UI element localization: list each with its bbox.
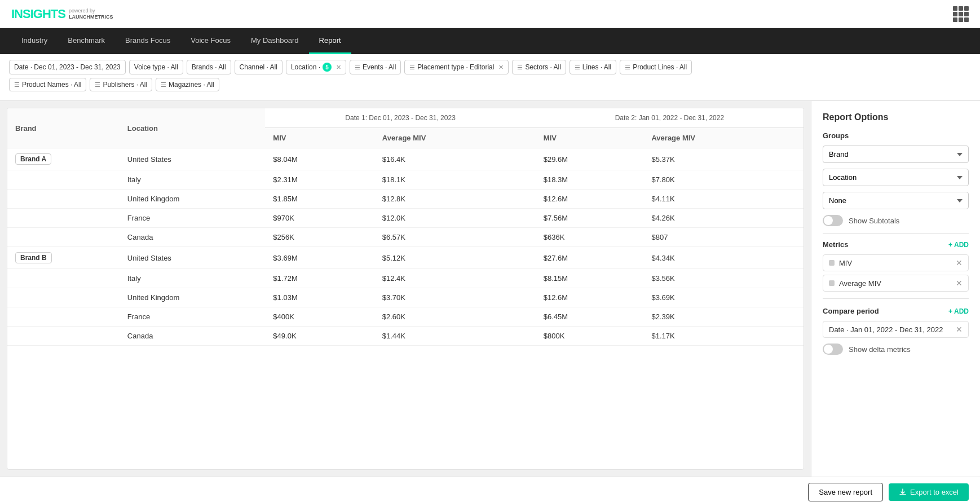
show-subtotals-toggle[interactable] bbox=[823, 215, 843, 226]
metric-miv: MIV ✕ bbox=[823, 254, 969, 271]
filter-channel[interactable]: Channel · All bbox=[235, 60, 282, 74]
date1-header: Date 1: Dec 01, 2023 - Dec 31, 2023 bbox=[265, 108, 535, 128]
compare-period-header: Compare period + ADD bbox=[823, 307, 969, 315]
nav-report[interactable]: Report bbox=[309, 28, 351, 54]
nav-brands-focus[interactable]: Brands Focus bbox=[115, 28, 180, 54]
avg1-cell: $6.57K bbox=[374, 228, 536, 247]
panel-title: Report Options bbox=[823, 112, 969, 122]
placement-close-icon[interactable]: ✕ bbox=[498, 64, 504, 71]
table-row: United Kingdom$1.03M$3.70K$12.6M$3.69K bbox=[7, 288, 804, 307]
logo-subtitle: powered by LAUNCHMETRICS bbox=[69, 8, 113, 20]
nav-industry[interactable]: Industry bbox=[11, 28, 58, 54]
nav-my-dashboard[interactable]: My Dashboard bbox=[241, 28, 309, 54]
miv1-cell: $400K bbox=[265, 307, 374, 327]
location-close-icon[interactable]: ✕ bbox=[336, 64, 341, 71]
filter-date[interactable]: Date · Dec 01, 2023 - Dec 31, 2023 bbox=[9, 60, 126, 74]
miv2-cell: $12.6M bbox=[536, 190, 644, 209]
location-cell: Italy bbox=[120, 269, 266, 288]
compare-add-btn[interactable]: + ADD bbox=[948, 307, 969, 315]
product-lines-doc-icon: ☰ bbox=[625, 64, 630, 71]
miv-close-icon[interactable]: ✕ bbox=[956, 258, 963, 267]
filter-placement-type[interactable]: ☰ Placement type · Editorial ✕ bbox=[404, 60, 509, 74]
filter-events[interactable]: ☰ Events · All bbox=[350, 60, 401, 74]
lines-doc-icon: ☰ bbox=[575, 64, 580, 71]
avg2-cell: $7.80K bbox=[643, 170, 804, 190]
show-delta-toggle[interactable] bbox=[823, 344, 843, 355]
bottom-bar: Save new report Export to excel bbox=[0, 477, 980, 502]
compare-date-chip: Date · Jan 01, 2022 - Dec 31, 2022 ✕ bbox=[823, 321, 969, 338]
compare-date-close-icon[interactable]: ✕ bbox=[956, 325, 963, 334]
sectors-doc-icon: ☰ bbox=[517, 64, 523, 71]
filter-sectors[interactable]: ☰ Sectors · All bbox=[512, 60, 566, 74]
avg1-cell: $18.1K bbox=[374, 170, 536, 190]
group1-select[interactable]: Brand Location None bbox=[823, 146, 969, 163]
table-row: Italy$2.31M$18.1K$18.3M$7.80K bbox=[7, 170, 804, 190]
nav-voice-focus[interactable]: Voice Focus bbox=[180, 28, 241, 54]
metrics-add-btn[interactable]: + ADD bbox=[948, 241, 969, 249]
miv1-cell: $970K bbox=[265, 209, 374, 228]
miv1-cell: $2.31M bbox=[265, 170, 374, 190]
avg1-cell: $12.0K bbox=[374, 209, 536, 228]
filter-brands[interactable]: Brands · All bbox=[187, 60, 231, 74]
location-cell: United States bbox=[120, 148, 266, 170]
avg2-cell: $4.26K bbox=[643, 209, 804, 228]
miv2-cell: $18.3M bbox=[536, 170, 644, 190]
miv-color-dot bbox=[829, 260, 835, 266]
location-badge: 5 bbox=[323, 63, 332, 72]
filter-lines[interactable]: ☰ Lines · All bbox=[570, 60, 616, 74]
miv2-cell: $800K bbox=[536, 327, 644, 346]
location-cell: United States bbox=[120, 247, 266, 269]
filter-product-lines[interactable]: ☰ Product Lines · All bbox=[620, 60, 692, 74]
groups-label: Groups bbox=[823, 131, 969, 140]
brand-tag[interactable]: Brand A bbox=[15, 153, 51, 165]
show-delta-row: Show delta metrics bbox=[823, 344, 969, 355]
metrics-header: Metrics + ADD bbox=[823, 240, 969, 249]
filter-product-names[interactable]: ☰ Product Names · All bbox=[9, 78, 86, 91]
miv1-cell: $3.69M bbox=[265, 247, 374, 269]
group3-select[interactable]: None Brand Location bbox=[823, 192, 969, 209]
location-cell: Canada bbox=[120, 228, 266, 247]
brand-cell bbox=[7, 228, 120, 247]
product-names-doc-icon: ☰ bbox=[14, 81, 20, 89]
table-row: United Kingdom$1.85M$12.8K$12.6M$4.11K bbox=[7, 190, 804, 209]
miv2-cell: $12.6M bbox=[536, 288, 644, 307]
table-row: Italy$1.72M$12.4K$8.15M$3.56K bbox=[7, 269, 804, 288]
filter-voice-type[interactable]: Voice type · All bbox=[129, 60, 183, 74]
group2-select[interactable]: Location Brand None bbox=[823, 169, 969, 186]
avg1-cell: $5.12K bbox=[374, 247, 536, 269]
table-row: Canada$256K$6.57K$636K$807 bbox=[7, 228, 804, 247]
table-row: France$970K$12.0K$7.56M$4.26K bbox=[7, 209, 804, 228]
location-cell: France bbox=[120, 209, 266, 228]
show-delta-label: Show delta metrics bbox=[849, 345, 911, 354]
filter-magazines[interactable]: ☰ Magazines · All bbox=[156, 78, 219, 91]
filter-location[interactable]: Location · 5 ✕ bbox=[286, 60, 346, 74]
delta-toggle-knob bbox=[824, 345, 833, 354]
report-table-area: Brand Location Date 1: Dec 01, 2023 - De… bbox=[7, 108, 804, 470]
avg1-cell: $2.60K bbox=[374, 307, 536, 327]
brand-tag[interactable]: Brand B bbox=[15, 252, 52, 263]
miv2-cell: $29.6M bbox=[536, 148, 644, 170]
nav-benchmark[interactable]: Benchmark bbox=[58, 28, 115, 54]
brand-cell bbox=[7, 327, 120, 346]
col-miv2: MIV bbox=[536, 128, 644, 148]
report-options-panel: Report Options Groups Brand Location Non… bbox=[811, 101, 980, 477]
magazines-doc-icon: ☰ bbox=[161, 81, 166, 89]
logo: INSIGHTS powered by LAUNCHMETRICS bbox=[11, 7, 113, 21]
export-to-excel-button[interactable]: Export to excel bbox=[889, 483, 969, 501]
miv2-cell: $7.56M bbox=[536, 209, 644, 228]
compare-date-label: Date · Jan 01, 2022 - Dec 31, 2022 bbox=[829, 325, 943, 334]
show-subtotals-label: Show Subtotals bbox=[849, 217, 899, 225]
location-cell: Canada bbox=[120, 327, 266, 346]
location-cell: Italy bbox=[120, 170, 266, 190]
grid-menu-icon[interactable] bbox=[953, 6, 969, 22]
avg2-cell: $4.11K bbox=[643, 190, 804, 209]
filter-publishers[interactable]: ☰ Publishers · All bbox=[90, 78, 152, 91]
avg1-cell: $3.70K bbox=[374, 288, 536, 307]
download-icon bbox=[899, 488, 907, 496]
avg-miv-close-icon[interactable]: ✕ bbox=[956, 279, 963, 288]
brand-cell bbox=[7, 170, 120, 190]
metrics-label: Metrics bbox=[823, 240, 849, 249]
brand-cell bbox=[7, 307, 120, 327]
avg1-cell: $1.44K bbox=[374, 327, 536, 346]
save-new-report-button[interactable]: Save new report bbox=[808, 483, 883, 501]
